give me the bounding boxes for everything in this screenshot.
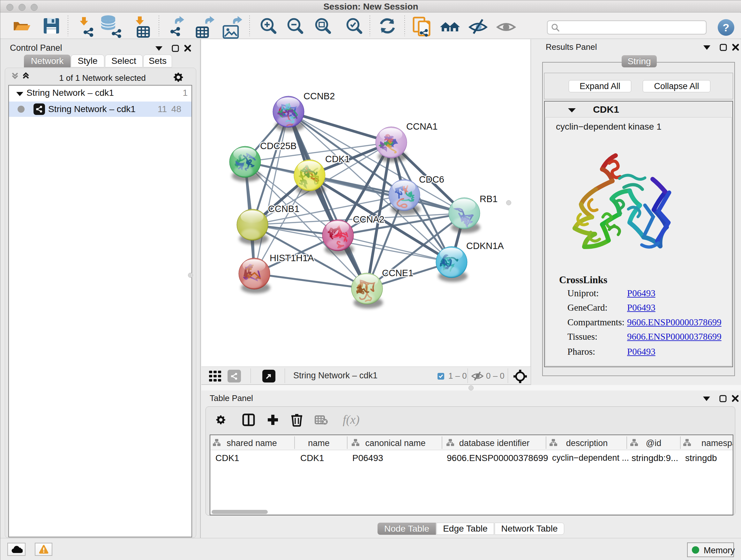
svg-text:CCNA1: CCNA1 <box>406 121 437 132</box>
svg-text:description: description <box>566 438 608 448</box>
svg-text:database identifier: database identifier <box>459 438 530 448</box>
svg-text:CCNB1: CCNB1 <box>268 204 299 214</box>
svg-text:f(x): f(x) <box>343 413 360 427</box>
svg-text:shared name: shared name <box>226 438 277 448</box>
svg-text:CDC6: CDC6 <box>419 174 444 185</box>
svg-text:canonical name: canonical name <box>365 438 425 448</box>
svg-text:CCNB2: CCNB2 <box>304 91 335 101</box>
svg-text:namespace: namespace <box>701 438 733 448</box>
svg-text:name: name <box>308 438 330 448</box>
svg-text:HIST1H1A: HIST1H1A <box>270 253 314 263</box>
svg-text:CCNA2: CCNA2 <box>353 214 384 225</box>
svg-text:CCNE1: CCNE1 <box>382 268 413 278</box>
svg-text:CDK1: CDK1 <box>325 154 350 164</box>
svg-text:CDKN1A: CDKN1A <box>466 241 504 251</box>
svg-text:@id: @id <box>646 438 661 448</box>
svg-text:RB1: RB1 <box>480 194 497 204</box>
svg-text:CDC25B: CDC25B <box>260 141 296 151</box>
